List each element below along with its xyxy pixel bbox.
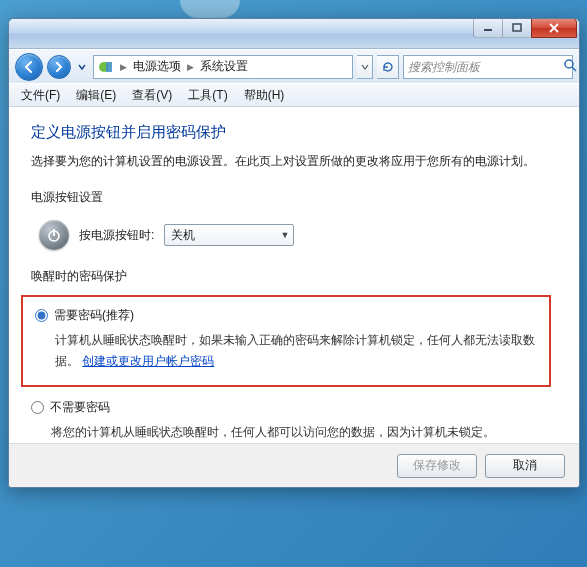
svg-rect-0 [484,29,492,31]
refresh-button[interactable] [377,55,399,79]
breadcrumb-item-system-settings[interactable]: 系统设置 [200,58,248,75]
save-button[interactable]: 保存修改 [397,454,477,478]
power-button-row: 按电源按钮时: 关机 ▼ [31,216,557,264]
breadcrumb-dropdown[interactable] [357,55,373,79]
svg-line-5 [572,67,576,71]
maximize-icon [512,23,522,33]
breadcrumb-separator: ▶ [185,62,196,72]
nav-back-button[interactable] [15,53,43,81]
back-arrow-icon [22,60,36,74]
section-wake-password: 唤醒时的密码保护 [31,268,557,285]
refresh-icon [381,60,395,74]
page-subtitle: 选择要为您的计算机设置的电源设置。在此页上对设置所做的更改将应用于您所有的电源计… [31,152,557,171]
breadcrumb-item-power-options[interactable]: 电源选项 [133,58,181,75]
no-password-description: 将您的计算机从睡眠状态唤醒时，任何人都可以访问您的数据，因为计算机未锁定。 [51,422,557,442]
nav-history-dropdown[interactable] [75,55,89,79]
minimize-button[interactable] [473,18,503,38]
chevron-down-icon [361,63,369,71]
power-icon [39,220,69,250]
radio-require-password-label: 需要密码(推荐) [54,307,134,324]
radio-require-password-input[interactable] [35,309,48,322]
breadcrumb-separator: ▶ [118,62,129,72]
svg-point-4 [565,60,573,68]
search-box[interactable] [403,55,573,79]
search-input[interactable] [408,60,559,74]
close-button[interactable] [531,18,577,38]
page-title: 定义电源按钮并启用密码保护 [31,123,557,142]
forward-arrow-icon [53,61,65,73]
power-action-value: 关机 [171,227,195,244]
close-icon [548,23,560,33]
taskbar-hint [180,0,240,18]
minimize-icon [483,23,493,33]
menu-view[interactable]: 查看(V) [124,84,180,107]
content-area: 定义电源按钮并启用密码保护 选择要为您的计算机设置的电源设置。在此页上对设置所做… [9,107,579,443]
control-panel-window: ▶ 电源选项 ▶ 系统设置 文件(F) 编辑(E) 查看(V) 工具(T) 帮助… [8,18,580,488]
footer-buttons: 保存修改 取消 [9,443,579,487]
chevron-down-icon [78,63,86,71]
radio-no-password-label: 不需要密码 [50,399,110,416]
power-action-dropdown[interactable]: 关机 ▼ [164,224,294,246]
chevron-down-icon: ▼ [280,230,289,240]
radio-no-password[interactable]: 不需要密码 [31,399,557,416]
cancel-button[interactable]: 取消 [485,454,565,478]
menu-file[interactable]: 文件(F) [13,84,68,107]
svg-rect-3 [106,62,112,72]
search-icon[interactable] [563,58,577,76]
control-panel-icon [98,59,114,75]
menu-tools[interactable]: 工具(T) [180,84,235,107]
section-power-button: 电源按钮设置 [31,189,557,206]
power-button-label: 按电源按钮时: [79,227,154,244]
titlebar[interactable] [9,19,579,49]
window-controls [474,18,577,38]
menu-edit[interactable]: 编辑(E) [68,84,124,107]
maximize-button[interactable] [502,18,532,38]
radio-require-password[interactable]: 需要密码(推荐) [35,307,537,324]
require-password-description: 计算机从睡眠状态唤醒时，如果未输入正确的密码来解除计算机锁定，任何人都无法读取数… [55,330,537,371]
nav-forward-button[interactable] [47,55,71,79]
highlighted-option: 需要密码(推荐) 计算机从睡眠状态唤醒时，如果未输入正确的密码来解除计算机锁定，… [21,295,551,387]
breadcrumb[interactable]: ▶ 电源选项 ▶ 系统设置 [93,55,353,79]
address-bar: ▶ 电源选项 ▶ 系统设置 [9,49,579,83]
radio-no-password-input[interactable] [31,401,44,414]
create-change-password-link[interactable]: 创建或更改用户帐户密码 [82,354,214,368]
menu-help[interactable]: 帮助(H) [236,84,293,107]
svg-rect-1 [513,24,521,31]
menu-bar: 文件(F) 编辑(E) 查看(V) 工具(T) 帮助(H) [9,83,579,107]
